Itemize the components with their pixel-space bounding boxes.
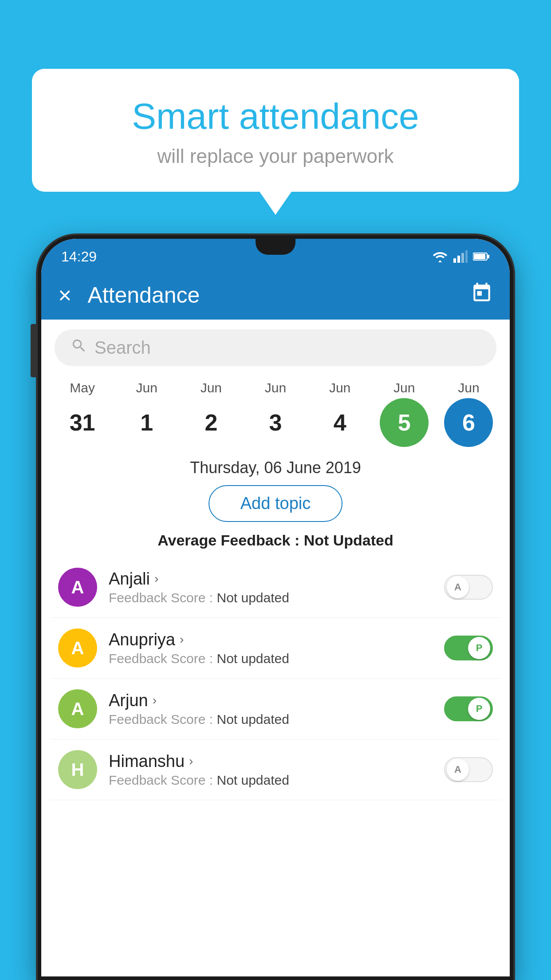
toggle-knob: A	[447, 759, 469, 781]
toggle-knob: A	[447, 576, 469, 598]
student-row[interactable]: AAnjali ›Feedback Score : Not updatedA	[50, 557, 501, 618]
feedback-score: Feedback Score : Not updated	[109, 590, 444, 605]
toggle-wrap[interactable]: A	[444, 575, 493, 600]
cal-month: Jun	[329, 380, 350, 395]
cal-day[interactable]: 31	[58, 398, 107, 447]
student-list: AAnjali ›Feedback Score : Not updatedAAA…	[41, 557, 510, 800]
cal-day[interactable]: 2	[187, 398, 236, 447]
search-icon	[71, 337, 87, 358]
student-info: Anjali ›Feedback Score : Not updated	[109, 569, 444, 605]
student-row[interactable]: HHimanshu ›Feedback Score : Not updatedA	[50, 739, 501, 800]
calendar-col[interactable]: Jun5	[373, 380, 435, 447]
speech-bubble-container: Smart attendance will replace your paper…	[32, 69, 519, 192]
toggle-wrap[interactable]: P	[444, 696, 493, 721]
cal-month: Jun	[201, 380, 222, 395]
status-time: 14:29	[61, 249, 97, 265]
chevron-icon: ›	[153, 693, 157, 707]
cal-day[interactable]: 6	[444, 398, 493, 447]
svg-rect-6	[474, 254, 485, 259]
attendance-toggle[interactable]: P	[444, 696, 493, 721]
signal-icon	[453, 250, 468, 263]
attendance-toggle[interactable]: A	[444, 757, 493, 782]
calendar-col[interactable]: May31	[51, 380, 114, 447]
phone-frame: 14:29	[38, 235, 513, 980]
wifi-icon	[432, 250, 448, 263]
cal-month: Jun	[136, 380, 157, 395]
search-placeholder: Search	[94, 338, 151, 358]
cal-day[interactable]: 4	[315, 398, 364, 447]
cal-day[interactable]: 1	[122, 398, 171, 447]
student-info: Himanshu ›Feedback Score : Not updated	[109, 752, 444, 788]
battery-icon	[473, 252, 490, 261]
avatar: A	[58, 689, 97, 728]
search-bar[interactable]: Search	[55, 329, 496, 366]
date-label: Thursday, 06 June 2019	[41, 458, 510, 477]
cal-day[interactable]: 5	[380, 398, 429, 447]
app-title: Attendance	[87, 282, 471, 308]
student-name: Arjun ›	[109, 691, 444, 710]
cal-day[interactable]: 3	[251, 398, 300, 447]
avg-feedback-value: Not Updated	[304, 532, 394, 549]
calendar-col[interactable]: Jun6	[437, 380, 500, 447]
svg-rect-0	[453, 258, 456, 263]
bubble-subtitle: will replace your paperwork	[59, 145, 492, 167]
attendance-toggle[interactable]: P	[444, 636, 493, 660]
svg-rect-2	[461, 253, 464, 263]
cal-month: Jun	[265, 380, 286, 395]
feedback-score: Feedback Score : Not updated	[109, 651, 444, 666]
avatar: H	[58, 750, 97, 789]
feedback-score: Feedback Score : Not updated	[109, 773, 444, 788]
app-bar: × Attendance	[41, 271, 510, 320]
bubble-title: Smart attendance	[59, 95, 492, 137]
student-row[interactable]: AArjun ›Feedback Score : Not updatedP	[50, 679, 501, 739]
add-topic-button[interactable]: Add topic	[209, 485, 342, 522]
chevron-icon: ›	[189, 754, 193, 768]
avg-feedback: Average Feedback : Not Updated	[41, 532, 510, 549]
cal-month: Jun	[458, 380, 479, 395]
avatar: A	[58, 628, 97, 668]
calendar-icon[interactable]	[471, 282, 493, 308]
close-button[interactable]: ×	[58, 282, 71, 308]
student-name: Anupriya ›	[109, 630, 444, 649]
toggle-knob: P	[468, 698, 490, 720]
toggle-wrap[interactable]: A	[444, 757, 493, 782]
toggle-wrap[interactable]: P	[444, 636, 493, 660]
student-info: Arjun ›Feedback Score : Not updated	[109, 691, 444, 727]
cal-month: Jun	[394, 380, 415, 395]
chevron-icon: ›	[180, 632, 184, 647]
student-name: Anjali ›	[109, 569, 444, 589]
calendar-row: May31Jun1Jun2Jun3Jun4Jun5Jun6	[41, 376, 510, 447]
status-icons	[432, 250, 490, 263]
cal-month: May	[70, 380, 95, 395]
svg-rect-5	[487, 255, 489, 258]
avatar: A	[58, 568, 97, 607]
student-info: Anupriya ›Feedback Score : Not updated	[109, 630, 444, 666]
phone-screen: 14:29	[41, 239, 510, 976]
svg-rect-3	[465, 250, 468, 263]
student-name: Himanshu ›	[109, 752, 444, 771]
toggle-knob: P	[468, 637, 490, 659]
calendar-col[interactable]: Jun3	[244, 380, 307, 447]
calendar-col[interactable]: Jun2	[180, 380, 242, 447]
chevron-icon: ›	[154, 572, 158, 586]
attendance-toggle[interactable]: A	[444, 575, 493, 600]
calendar-col[interactable]: Jun4	[309, 380, 371, 447]
svg-rect-1	[457, 256, 460, 263]
avg-feedback-label: Average Feedback :	[157, 532, 303, 549]
calendar-col[interactable]: Jun1	[116, 380, 178, 447]
feedback-score: Feedback Score : Not updated	[109, 712, 444, 727]
speech-bubble: Smart attendance will replace your paper…	[32, 69, 519, 192]
phone-notch	[256, 239, 295, 255]
student-row[interactable]: AAnupriya ›Feedback Score : Not updatedP	[50, 618, 501, 679]
